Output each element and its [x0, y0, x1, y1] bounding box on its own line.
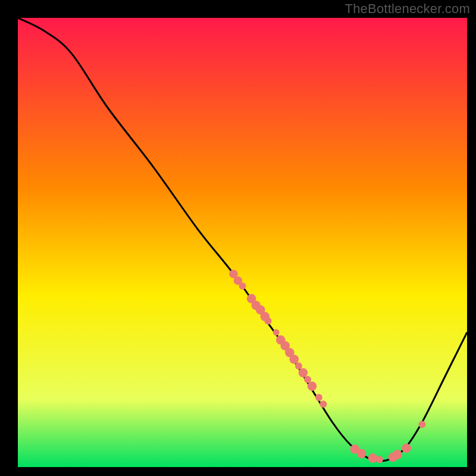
data-point: [290, 355, 299, 364]
data-point: [265, 318, 272, 325]
data-point: [315, 394, 322, 401]
data-point: [368, 453, 378, 463]
data-point: [239, 283, 246, 290]
gradient-background: [18, 18, 467, 467]
data-point: [419, 421, 426, 428]
data-point: [295, 362, 302, 369]
plot-area: [18, 18, 467, 467]
data-point: [376, 456, 383, 463]
data-point: [308, 381, 317, 391]
data-point: [299, 368, 308, 378]
data-point: [402, 444, 411, 453]
chart-frame: TheBottlenecker.com: [0, 0, 476, 476]
data-point: [320, 400, 327, 408]
watermark-text: TheBottlenecker.com: [345, 1, 470, 17]
data-point: [273, 329, 280, 336]
chart-svg: [18, 18, 467, 467]
data-point: [393, 450, 402, 459]
data-point: [357, 449, 367, 459]
data-point: [304, 376, 311, 383]
